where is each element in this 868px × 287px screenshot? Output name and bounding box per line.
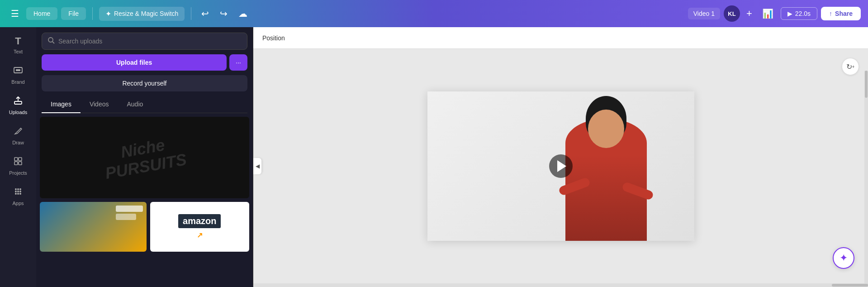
sidebar-item-label-draw: Draw <box>12 140 24 145</box>
undo-button[interactable]: ↩ <box>198 6 213 21</box>
svg-point-15 <box>17 193 19 195</box>
watermark-image: Niche PURSUITS <box>40 117 249 198</box>
svg-rect-7 <box>19 162 22 165</box>
nav-separator-2 <box>191 7 191 20</box>
thumb-card-amazon[interactable]: amazon ↗ <box>150 202 250 252</box>
sidebar-item-projects[interactable]: Projects <box>2 152 34 180</box>
share-label: Share <box>835 10 853 17</box>
svg-point-10 <box>19 188 21 190</box>
user-avatar[interactable]: KL <box>724 5 740 22</box>
rotate-plus-icon: + <box>852 64 855 69</box>
magic-assistant-button[interactable]: ✦ <box>833 247 854 269</box>
svg-point-13 <box>19 191 21 192</box>
collapse-icon: ◀ <box>256 163 260 169</box>
preview-play-button[interactable]: ▶ 22.0s <box>781 7 817 20</box>
search-input[interactable] <box>58 38 242 45</box>
tab-videos[interactable]: Videos <box>81 96 118 113</box>
position-label: Position <box>262 34 285 42</box>
upload-more-button[interactable]: ··· <box>229 54 247 71</box>
svg-point-9 <box>17 188 19 190</box>
watermark-text: Niche PURSUITS <box>101 133 188 182</box>
thumb-card-1[interactable] <box>40 202 147 252</box>
video-canvas <box>427 91 694 241</box>
canvas-scrollbar-vertical[interactable] <box>864 71 868 283</box>
sidebar-item-draw[interactable]: Draw <box>2 121 34 150</box>
search-bar <box>42 33 247 50</box>
sidebar: T Text Brand Uploads <box>0 27 36 287</box>
upload-panel: Upload files ··· Record yourself Images … <box>36 27 253 287</box>
top-navigation: ☰ Home File ✦ Resize & Magic Switch ↩ ↪ … <box>0 0 868 27</box>
search-icon <box>47 37 55 46</box>
sidebar-item-brand[interactable]: Brand <box>2 61 34 89</box>
projects-icon <box>13 156 23 168</box>
svg-rect-1 <box>16 69 20 71</box>
amazon-arrow-icon: ↗ <box>197 231 203 239</box>
play-icon: ▶ <box>787 10 792 17</box>
brand-icon <box>13 65 23 77</box>
thumbnail-row: amazon ↗ <box>40 202 249 252</box>
sidebar-item-apps[interactable]: Apps <box>2 182 34 210</box>
sidebar-item-label-projects: Projects <box>9 170 27 176</box>
collapse-panel-button[interactable]: ◀ <box>253 158 261 174</box>
rotate-add-button[interactable]: ↻+ <box>842 58 859 75</box>
magic-switch-icon: ✦ <box>105 10 111 18</box>
svg-point-16 <box>19 193 21 195</box>
canvas-frame <box>427 91 694 241</box>
add-button[interactable]: + <box>744 7 755 20</box>
magic-switch-button[interactable]: ✦ Resize & Magic Switch <box>99 7 185 21</box>
svg-point-17 <box>48 38 53 42</box>
menu-button[interactable]: ☰ <box>7 6 23 21</box>
canvas-scrollbar-thumb-horizontal <box>832 284 868 287</box>
svg-point-12 <box>17 191 19 192</box>
upload-files-button[interactable]: Upload files <box>42 54 227 71</box>
cloud-save-button[interactable]: ☁ <box>235 6 251 21</box>
rotate-icon: ↻ <box>846 62 852 71</box>
file-button[interactable]: File <box>61 7 86 20</box>
upload-tabs: Images Videos Audio <box>42 96 247 113</box>
play-duration: 22.0s <box>795 10 811 17</box>
svg-point-11 <box>15 191 17 192</box>
uploads-icon <box>13 96 23 108</box>
stats-button[interactable]: 📊 <box>759 6 777 21</box>
svg-rect-2 <box>14 101 22 104</box>
tab-audio[interactable]: Audio <box>118 96 152 113</box>
tab-images[interactable]: Images <box>42 96 81 113</box>
canvas-content: ◀ <box>253 49 868 283</box>
sidebar-item-text[interactable]: T Text <box>2 31 34 59</box>
share-icon: ↑ <box>829 10 832 17</box>
svg-rect-6 <box>14 162 18 165</box>
magic-assistant-icon: ✦ <box>840 252 848 264</box>
video-play-overlay[interactable] <box>549 154 573 178</box>
text-icon: T <box>15 35 21 47</box>
amazon-brand: amazon <box>178 214 221 228</box>
apps-icon <box>13 187 23 199</box>
main-layout: T Text Brand Uploads <box>0 27 868 287</box>
svg-rect-5 <box>19 158 22 161</box>
redo-button[interactable]: ↪ <box>216 6 231 21</box>
svg-rect-4 <box>14 158 18 161</box>
upload-actions: Upload files ··· <box>42 54 247 71</box>
record-yourself-button[interactable]: Record yourself <box>42 75 247 91</box>
draw-icon <box>13 126 23 138</box>
nav-separator-1 <box>92 7 93 20</box>
svg-line-18 <box>52 42 54 43</box>
sidebar-item-label-text: Text <box>14 49 23 54</box>
video-title: Video 1 <box>688 8 720 19</box>
svg-point-14 <box>15 193 17 195</box>
sidebar-item-label-uploads: Uploads <box>9 110 27 115</box>
upload-panel-inner: Upload files ··· Record yourself Images … <box>36 27 253 113</box>
canvas-scrollbar-horizontal[interactable] <box>253 283 868 287</box>
upload-content[interactable]: Niche PURSUITS amazon ↗ <box>36 113 253 287</box>
share-button[interactable]: ↑ Share <box>821 7 861 20</box>
magic-switch-label: Resize & Magic Switch <box>114 10 178 17</box>
sidebar-item-label-apps: Apps <box>12 201 24 206</box>
sidebar-item-uploads[interactable]: Uploads <box>2 91 34 120</box>
menu-icon: ☰ <box>11 9 19 19</box>
canvas-area: Position ◀ <box>253 27 868 287</box>
canvas-scrollbar-thumb-vertical <box>865 71 868 98</box>
svg-point-8 <box>15 188 17 190</box>
svg-line-3 <box>20 128 21 129</box>
play-triangle-icon <box>557 160 566 172</box>
sidebar-item-label-brand: Brand <box>11 79 24 85</box>
home-button[interactable]: Home <box>26 7 57 20</box>
